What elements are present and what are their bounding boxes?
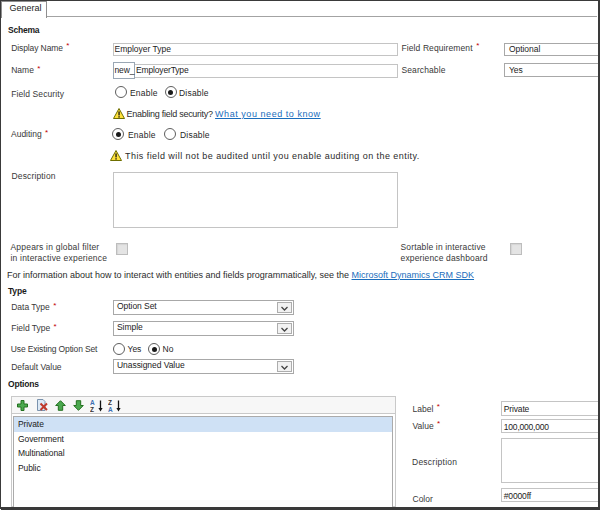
svg-text:A: A — [108, 406, 113, 413]
svg-text:Z: Z — [90, 406, 94, 413]
